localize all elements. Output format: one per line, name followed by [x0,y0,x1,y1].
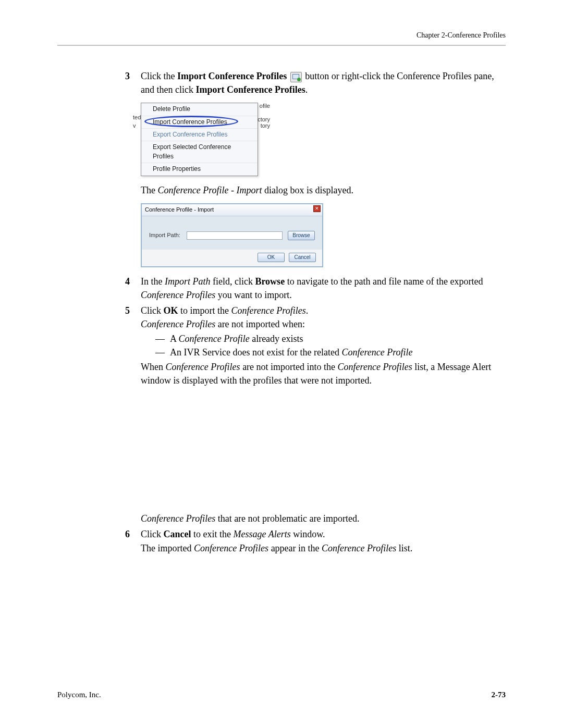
text-italic: Conference Profiles [338,362,412,372]
dialog-body: Import Path: Browse [142,216,322,250]
text: are not imported when: [215,319,305,329]
dash: — [155,346,170,359]
text: Click [141,529,164,539]
text: field, click [210,276,255,287]
menu-item-properties: Profile Properties [141,163,258,175]
import-dialog-screenshot: Conference Profile - Import ✕ Import Pat… [141,203,323,267]
text: Click [141,305,164,316]
text: window. [291,529,325,539]
step-5-after: Conference Profiles that are not problem… [125,512,506,525]
step-body: Click Cancel to exit the Message Alerts … [141,527,506,554]
text-italic: Conference Profiles [194,543,268,553]
text: to exit the [191,529,234,539]
menu-item-import: Import Conference Profiles [141,116,258,129]
step-number: 4 [125,275,141,302]
text-bold: Cancel [164,529,191,539]
screenshot-placeholder [125,389,506,512]
cropped-text: v [133,122,136,130]
step-4: 4 In the Import Path field, click Browse… [125,275,506,302]
text-italic: Message Alerts [233,529,290,539]
text: to import the [178,305,231,316]
ok-button: OK [258,253,285,262]
step-6: 6 Click Cancel to exit the Message Alert… [125,527,506,554]
dialog-title-text: Conference Profile - Import [145,206,214,213]
import-path-input [187,231,283,240]
text-italic: Conference Profiles [141,319,215,329]
text: to navigate to the path and file name of… [285,276,483,287]
text: In the [141,276,165,287]
text: . [305,84,308,95]
close-icon: ✕ [313,205,321,212]
footer-page-number: 2-73 [492,690,506,699]
text: dialog box is displayed. [262,185,353,195]
import-profiles-icon [290,72,302,82]
text-italic: Import Path [165,276,211,287]
text-italic: Conference Profile [179,334,250,344]
text: . [306,305,309,316]
text: Click the [141,71,177,81]
text: A [170,334,179,344]
step-3: 3 Click the Import Conference Profiles b… [125,69,506,96]
text: you want to import. [215,290,292,300]
text-italic: Conference Profiles [141,513,215,524]
text: already exists [250,334,303,344]
text: appear in the [268,543,322,553]
text: The [141,185,157,195]
menu-item-export: Export Conference Profiles [141,129,258,141]
text: When [141,362,165,372]
post-menu-text: The Conference Profile - Import dialog b… [125,183,506,197]
step-number: 6 [125,527,141,554]
text-italic: Conference Profiles [165,362,240,372]
step-number: 3 [125,69,141,96]
footer-company: Polycom, Inc. [57,690,101,699]
dialog-title: Conference Profile - Import ✕ [142,204,322,216]
step-body: Click OK to import the Conference Profil… [141,304,506,388]
text-italic: Conference Profiles [231,305,306,316]
list-item: — A Conference Profile already exists [155,332,506,346]
browse-button: Browse [288,231,315,240]
cropped-text: ofile [260,102,270,110]
dash: — [155,332,170,346]
text-bold: Import Conference Profiles [195,84,305,95]
step-body: Click the Import Conference Profiles but… [141,69,506,96]
text: The imported [141,543,194,553]
page-footer: Polycom, Inc. 2-73 [57,690,506,699]
step-5: 5 Click OK to import the Conference Prof… [125,304,506,388]
menu-item-export-selected: Export Selected Conference Profiles [141,141,258,163]
text: are not imported into the [240,362,338,372]
text-bold: OK [164,305,178,316]
menu-item-delete: Delete Profile [141,103,258,116]
cancel-button: Cancel [289,253,316,262]
text-bold: Browse [255,276,285,287]
header-rule [57,45,506,46]
text: that are not problematic are imported. [215,513,359,524]
dash-list: — A Conference Profile already exists — … [155,332,506,359]
text-italic: Conference Profiles [322,543,396,553]
page-header: Chapter 2-Conference Profiles [57,31,506,40]
text: list. [396,543,412,553]
text-italic: Conference Profile [341,347,412,357]
cropped-text: ted [133,114,141,122]
cropped-text: tory [261,122,270,130]
text: An IVR Service does not exist for the re… [170,347,341,357]
import-path-label: Import Path: [149,231,181,240]
text-italic: Conference Profile - Import [157,185,262,195]
dialog-footer: OK Cancel [142,250,322,266]
step-body: In the Import Path field, click Browse t… [141,275,506,302]
step-number: 5 [125,304,141,388]
text-bold: Import Conference Profiles [177,71,287,81]
list-item: — An IVR Service does not exist for the … [155,346,506,359]
context-menu-screenshot: ofile ctory tory ted v Delete Profile Im… [141,103,258,176]
menu-item-label: Import Conference Profiles [153,118,227,126]
text-italic: Conference Profiles [141,290,215,300]
